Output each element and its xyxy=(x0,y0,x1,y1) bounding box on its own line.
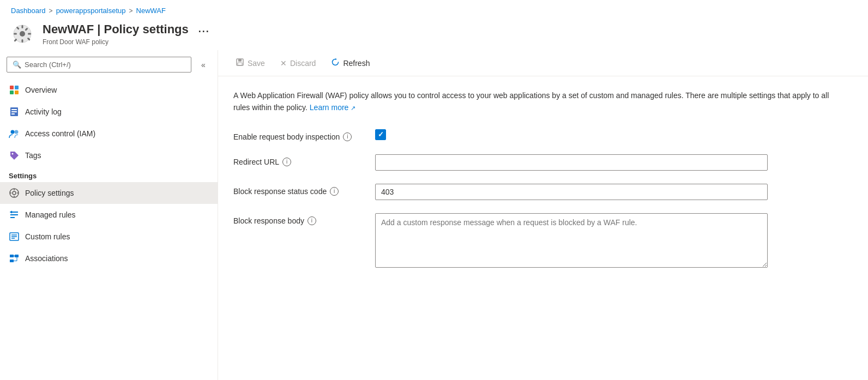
page-title: NewWAF | Policy settings ... xyxy=(43,21,857,37)
enable-request-body-label: Enable request body inspection i xyxy=(233,129,375,141)
form-content: A Web Application Firewall (WAF) policy … xyxy=(218,76,868,380)
block-response-body-row: Block response body i xyxy=(233,213,853,269)
svg-rect-13 xyxy=(15,91,19,94)
svg-point-20 xyxy=(12,153,14,155)
discard-label: Discard xyxy=(290,59,316,68)
sidebar-item-overview[interactable]: Overview xyxy=(0,79,218,101)
block-status-code-input[interactable] xyxy=(375,184,768,200)
svg-rect-5 xyxy=(28,33,31,34)
sidebar-item-managed-rules-label: Managed rules xyxy=(25,210,76,219)
search-icon: 🔍 xyxy=(13,61,21,69)
svg-rect-17 xyxy=(11,113,15,114)
discard-button[interactable]: ✕ Discard xyxy=(274,56,322,71)
redirect-url-control xyxy=(375,154,853,171)
breadcrumb-sep-1: > xyxy=(49,7,53,15)
svg-rect-4 xyxy=(14,33,17,34)
enable-request-body-checkbox[interactable]: ✓ xyxy=(375,129,386,140)
enable-request-body-info-icon[interactable]: i xyxy=(343,132,352,141)
external-link-icon: ↗ xyxy=(351,105,355,111)
activity-log-icon xyxy=(9,106,20,117)
sidebar-item-custom-rules-label: Custom rules xyxy=(25,232,70,241)
refresh-label: Refresh xyxy=(343,59,370,68)
overview-icon xyxy=(9,85,20,95)
block-status-code-info-icon[interactable]: i xyxy=(330,187,339,196)
svg-point-18 xyxy=(11,130,15,134)
redirect-url-label: Redirect URL i xyxy=(233,154,375,166)
search-container: 🔍 Search (Ctrl+/) « xyxy=(0,55,218,79)
collapse-sidebar-button[interactable]: « xyxy=(196,57,211,73)
settings-section-header: Settings xyxy=(0,166,218,182)
enable-request-body-row: Enable request body inspection i ✓ xyxy=(233,129,853,141)
save-button[interactable]: Save xyxy=(229,55,272,71)
page-container: Dashboard > powerappsportalsetup > NewWA… xyxy=(0,0,868,380)
svg-rect-3 xyxy=(22,39,23,43)
description-text: A Web Application Firewall (WAF) policy … xyxy=(233,89,833,114)
sidebar-item-custom-rules[interactable]: Custom rules xyxy=(0,226,218,248)
svg-rect-12 xyxy=(10,91,14,94)
content-area: Save ✕ Discard Refresh A Web Appli xyxy=(218,50,868,380)
breadcrumb-newwaf[interactable]: NewWAF xyxy=(136,7,166,15)
block-status-code-control xyxy=(375,184,853,200)
sidebar-item-policy-settings[interactable]: Policy settings xyxy=(0,182,218,204)
sidebar: 🔍 Search (Ctrl+/) « Overview Activity lo… xyxy=(0,50,218,380)
associations-icon xyxy=(9,253,20,264)
block-response-body-info-icon[interactable]: i xyxy=(308,216,316,225)
block-response-body-control xyxy=(375,213,853,269)
sidebar-item-activity-log[interactable]: Activity log xyxy=(0,101,218,123)
sidebar-item-managed-rules[interactable]: Managed rules xyxy=(0,204,218,226)
tags-icon xyxy=(9,150,20,161)
save-label: Save xyxy=(248,59,265,68)
sidebar-item-overview-label: Overview xyxy=(25,86,57,94)
svg-rect-35 xyxy=(15,255,19,257)
more-options-button[interactable]: ... xyxy=(194,21,214,37)
sidebar-item-tags[interactable]: Tags xyxy=(0,144,218,166)
sidebar-item-iam-label: Access control (IAM) xyxy=(25,129,95,138)
block-response-body-label: Block response body i xyxy=(233,213,375,225)
block-status-code-label: Block response status code i xyxy=(233,184,375,196)
redirect-url-input[interactable] xyxy=(375,154,768,171)
breadcrumb-sep-2: > xyxy=(129,7,133,15)
managed-rules-icon xyxy=(9,209,20,220)
sidebar-item-activity-log-label: Activity log xyxy=(25,107,62,116)
redirect-url-row: Redirect URL i xyxy=(233,154,853,171)
sidebar-item-associations-label: Associations xyxy=(25,254,68,263)
svg-rect-34 xyxy=(10,255,14,257)
checkbox-check-icon: ✓ xyxy=(378,130,384,138)
policy-settings-icon xyxy=(9,188,20,198)
sidebar-item-tags-label: Tags xyxy=(25,151,41,160)
svg-rect-16 xyxy=(11,111,17,112)
block-status-code-row: Block response status code i xyxy=(233,184,853,200)
search-box[interactable]: 🔍 Search (Ctrl+/) xyxy=(7,57,191,73)
svg-point-1 xyxy=(20,31,25,37)
breadcrumb-dashboard[interactable]: Dashboard xyxy=(11,7,46,15)
enable-request-body-control: ✓ xyxy=(375,129,853,140)
svg-rect-36 xyxy=(10,260,14,262)
breadcrumb: Dashboard > powerappsportalsetup > NewWA… xyxy=(0,0,868,19)
svg-point-19 xyxy=(15,130,19,134)
main-layout: 🔍 Search (Ctrl+/) « Overview Activity lo… xyxy=(0,50,868,380)
resource-icon xyxy=(11,22,34,45)
refresh-button[interactable]: Refresh xyxy=(324,55,376,71)
search-placeholder: Search (Ctrl+/) xyxy=(25,61,71,69)
toolbar: Save ✕ Discard Refresh xyxy=(218,50,868,76)
svg-point-22 xyxy=(13,191,16,195)
sidebar-item-policy-settings-label: Policy settings xyxy=(25,189,74,197)
save-icon xyxy=(236,58,244,68)
page-header: NewWAF | Policy settings ... Front Door … xyxy=(0,19,868,50)
svg-rect-11 xyxy=(15,86,19,89)
redirect-url-info-icon[interactable]: i xyxy=(282,158,291,166)
svg-rect-41 xyxy=(238,59,242,62)
breadcrumb-portalsetup[interactable]: powerappsportalsetup xyxy=(56,7,126,15)
refresh-icon xyxy=(331,58,340,68)
iam-icon xyxy=(9,128,20,139)
discard-icon: ✕ xyxy=(280,59,287,68)
sidebar-item-iam[interactable]: Access control (IAM) xyxy=(0,123,218,144)
learn-more-link[interactable]: Learn more ↗ xyxy=(310,103,355,112)
header-text-block: NewWAF | Policy settings ... Front Door … xyxy=(43,21,857,46)
svg-rect-2 xyxy=(22,25,23,28)
svg-rect-10 xyxy=(10,86,14,89)
block-response-body-textarea[interactable] xyxy=(375,213,768,268)
sidebar-item-associations[interactable]: Associations xyxy=(0,248,218,269)
svg-rect-15 xyxy=(11,109,17,110)
page-subtitle: Front Door WAF policy xyxy=(43,38,857,46)
